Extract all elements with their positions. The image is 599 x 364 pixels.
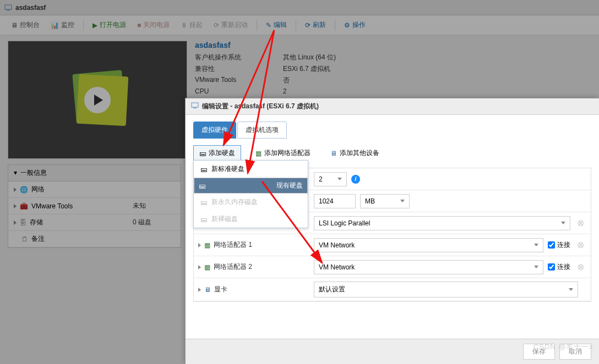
video-icon: 🖥 — [204, 286, 211, 294]
add-network-adapter-button[interactable]: ▦ 添加网络适配器 — [250, 146, 316, 161]
net1-network-select[interactable]: VM Network — [314, 238, 543, 252]
console-icon: 🖥 — [11, 21, 18, 29]
main-toolbar: 🖥控制台 📊监控 ▶打开电源 ■关闭电源 ⏸挂起 ⟳重新启动 ✎编辑 ⟳刷新 ⚙… — [0, 15, 599, 35]
nic-icon: ▦ — [204, 263, 210, 271]
stop-icon: ■ — [137, 21, 141, 29]
play-icon: ▶ — [92, 21, 97, 29]
chevron-down-icon — [569, 288, 573, 291]
dialog-tabs: 虚拟硬件 虚拟机选项 — [193, 122, 591, 139]
info-value: 2 — [283, 87, 287, 95]
refresh-icon: ⟳ — [305, 21, 311, 29]
info-value: 否 — [283, 76, 290, 85]
separator — [296, 20, 296, 31]
svg-rect-2 — [192, 103, 198, 107]
tab-virtual-hardware[interactable]: 虚拟硬件 — [193, 122, 236, 139]
cpu-count-select[interactable]: 2 — [314, 172, 347, 186]
add-device-toolbar: 🖴 添加硬盘 ▦ 添加网络适配器 🖥 添加其他设备 🖴新标准硬盘 🖴现有硬盘 🖴… — [193, 145, 591, 161]
net2-network-select[interactable]: VM Network — [314, 260, 543, 274]
suspend-button[interactable]: ⏸挂起 — [176, 18, 207, 32]
scsi-controller-select[interactable]: LSI Logic Parallel — [314, 216, 570, 230]
monitor-button[interactable]: 📊监控 — [46, 18, 79, 32]
expand-icon — [14, 220, 17, 225]
dropdown-item-pmem-disk: 🖴新永久内存磁盘 — [194, 194, 308, 211]
remove-device-icon[interactable]: ⊗ — [575, 218, 586, 228]
dropdown-item-raw-disk: 🖴新裸磁盘 — [194, 211, 308, 228]
hw-row-net1: ▦网络适配器 1 VM Network 连接 ⊗ — [194, 234, 591, 256]
general-info-panel: ▾一般信息 🌐网络 🧰VMware Tools未知 🗄存储0 磁盘 🗒备注 — [8, 164, 181, 248]
info-label: 客户机操作系统 — [195, 53, 283, 62]
edit-button[interactable]: ✎编辑 — [262, 18, 291, 32]
notes-icon: 🗒 — [21, 235, 28, 243]
disk-icon: 🖴 — [200, 198, 207, 206]
expand-icon — [14, 187, 17, 192]
gear-icon: ⚙ — [344, 21, 350, 29]
side-row-tools[interactable]: 🧰VMware Tools未知 — [8, 198, 181, 214]
tab-vm-options[interactable]: 虚拟机选项 — [237, 122, 287, 139]
power-off-button[interactable]: ■关闭电源 — [133, 18, 174, 32]
edit-settings-dialog: 编辑设置 - asdasfasf (ESXi 6.7 虚拟机) 虚拟硬件 虚拟机… — [185, 98, 599, 364]
vm-icon — [4, 4, 12, 12]
hw-row-video: 🖥显卡 默认设置 — [194, 278, 591, 301]
remove-device-icon[interactable]: ⊗ — [575, 262, 586, 272]
dropdown-item-existing-disk[interactable]: 🖴现有硬盘 — [194, 178, 308, 194]
restart-icon: ⟳ — [214, 21, 219, 29]
separator — [257, 20, 257, 31]
net1-connect-checkbox[interactable]: 连接 — [548, 240, 570, 250]
console-button[interactable]: 🖥控制台 — [7, 18, 44, 32]
vm-preview[interactable] — [8, 41, 187, 159]
add-disk-button[interactable]: 🖴 添加硬盘 — [193, 145, 241, 161]
separator — [335, 20, 335, 31]
nic-icon: ▦ — [204, 241, 210, 249]
vm-name-heading: asdasfasf — [195, 41, 591, 49]
vm-icon — [191, 102, 199, 111]
refresh-button[interactable]: ⟳刷新 — [301, 18, 330, 32]
dialog-title-bar: 编辑设置 - asdasfasf (ESXi 6.7 虚拟机) — [186, 98, 599, 115]
device-icon: 🖥 — [330, 150, 337, 157]
actions-button[interactable]: ⚙操作 — [340, 18, 370, 32]
chevron-down-icon — [337, 178, 342, 180]
expand-icon[interactable] — [198, 265, 201, 269]
tools-icon: 🧰 — [20, 202, 28, 210]
play-overlay-icon[interactable] — [84, 87, 111, 113]
memory-unit-select[interactable]: MB — [360, 194, 410, 208]
power-on-button[interactable]: ▶打开电源 — [88, 18, 130, 32]
disk-icon: 🖴 — [200, 216, 207, 223]
svg-rect-3 — [193, 108, 197, 108]
side-row-network[interactable]: 🌐网络 — [8, 181, 181, 198]
window-header: asdasfasf — [0, 0, 599, 15]
dialog-title: 编辑设置 - asdasfasf (ESXi 6.7 虚拟机) — [202, 102, 319, 111]
net2-connect-checkbox[interactable]: 连接 — [548, 262, 570, 272]
memory-input[interactable] — [314, 194, 356, 208]
add-other-device-button[interactable]: 🖥 添加其他设备 — [325, 146, 385, 161]
side-row-notes[interactable]: 🗒备注 — [8, 231, 181, 247]
disk-icon: 🖴 — [200, 166, 207, 173]
info-value: ESXi 6.7 虚拟机 — [283, 64, 330, 74]
chevron-down-icon — [534, 244, 538, 246]
chevron-down-icon — [400, 200, 405, 202]
side-row-storage[interactable]: 🗄存储0 磁盘 — [8, 214, 181, 231]
disk-icon: 🗄 — [20, 219, 26, 227]
disk-icon: 🖴 — [199, 150, 206, 157]
chevron-down-icon — [534, 266, 538, 268]
svg-rect-0 — [5, 5, 12, 9]
chevron-down-icon — [561, 222, 565, 224]
info-icon[interactable]: i — [351, 175, 360, 184]
vm-title: asdasfasf — [15, 4, 46, 12]
info-label: CPU — [195, 87, 283, 95]
network-icon: 🌐 — [20, 186, 28, 194]
expand-icon[interactable] — [198, 288, 201, 292]
video-settings-select[interactable]: 默认设置 — [314, 282, 578, 297]
expand-icon[interactable] — [198, 243, 201, 247]
restart-button[interactable]: ⟳重新启动 — [209, 18, 252, 32]
remove-device-icon[interactable]: ⊗ — [575, 240, 586, 250]
info-label: 兼容性 — [195, 64, 283, 74]
pause-icon: ⏸ — [181, 21, 187, 29]
monitor-icon: 📊 — [51, 21, 59, 29]
add-disk-dropdown: 🖴新标准硬盘 🖴现有硬盘 🖴新永久内存磁盘 🖴新裸磁盘 — [193, 160, 308, 228]
expand-icon — [14, 204, 17, 208]
svg-rect-1 — [7, 10, 10, 10]
info-value: 其他 Linux (64 位) — [283, 53, 336, 62]
panel-heading: ▾一般信息 — [8, 165, 181, 181]
dropdown-item-new-standard-disk[interactable]: 🖴新标准硬盘 — [194, 161, 308, 178]
disk-icon: 🖴 — [199, 182, 205, 190]
